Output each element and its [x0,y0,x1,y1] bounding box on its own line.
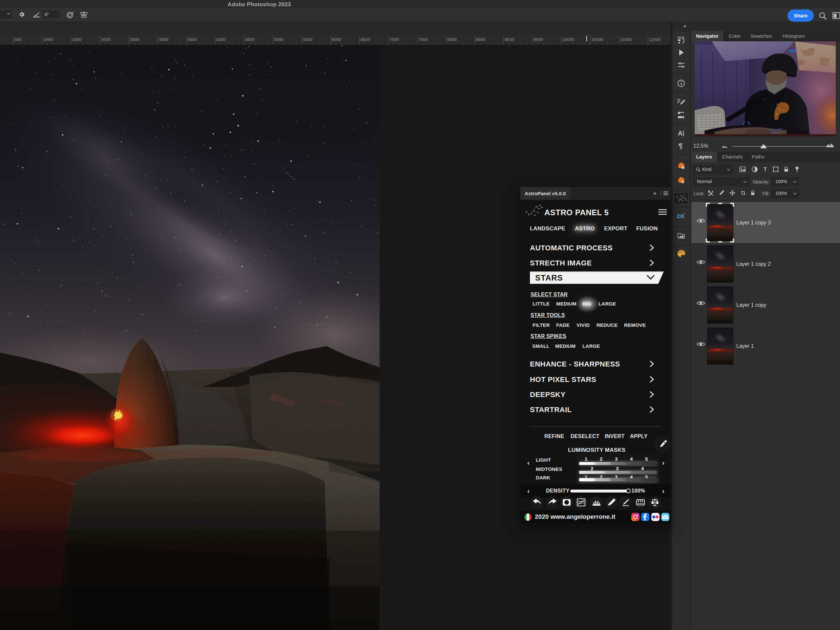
svg-text:R: R [682,180,684,184]
svg-text:OX: OX [677,214,684,219]
svg-text:M: M [682,166,684,170]
svg-text:¶: ¶ [679,142,682,150]
svg-text:T: T [764,166,767,172]
svg-text:A: A [678,129,682,137]
